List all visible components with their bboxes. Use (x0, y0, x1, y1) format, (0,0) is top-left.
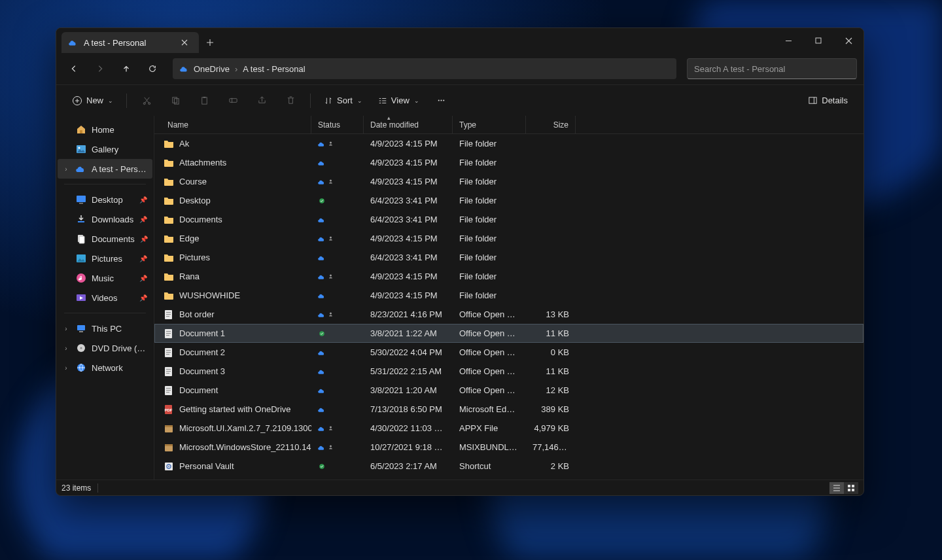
chevron-right-icon[interactable]: › (61, 345, 71, 352)
close-button[interactable] (833, 28, 864, 53)
file-name: Document (179, 385, 218, 395)
file-row[interactable]: Desktop6/4/2023 3:41 PMFile folder (154, 191, 864, 210)
file-name: Document 3 (179, 366, 225, 376)
file-type: File folder (453, 290, 526, 300)
maximize-button[interactable] (803, 28, 833, 53)
file-type: File folder (453, 234, 526, 243)
file-row[interactable]: Microsoft.WindowsStore_22110.1401.10.0..… (154, 438, 864, 457)
search-box[interactable] (687, 58, 857, 79)
sort-button[interactable]: Sort⌄ (317, 90, 369, 112)
details-pane-button[interactable]: Details (801, 90, 854, 112)
svg-rect-36 (229, 99, 236, 103)
file-date: 6/5/2023 2:17 AM (364, 461, 453, 471)
pin-icon: 📌 (139, 294, 147, 302)
file-row[interactable]: Document 35/31/2022 2:15 AMOffice Open X… (154, 362, 864, 381)
sidebar-item-downloads[interactable]: Downloads📌 (58, 209, 152, 229)
tab-close-button[interactable] (177, 35, 192, 50)
col-status[interactable]: Status (311, 116, 364, 133)
col-size[interactable]: Size (526, 116, 576, 133)
tab-active[interactable]: A test - Personal (61, 32, 199, 53)
new-tab-button[interactable] (199, 32, 221, 53)
sidebar-item-videos[interactable]: Videos📌 (58, 288, 152, 307)
details-view-toggle[interactable] (829, 482, 844, 494)
file-row[interactable]: Documents6/4/2023 3:41 PMFile folder (154, 210, 864, 229)
copy-button[interactable] (162, 90, 188, 112)
file-name: Bot order (179, 309, 214, 319)
chevron-right-icon[interactable]: › (61, 364, 71, 372)
cut-button[interactable] (133, 90, 160, 112)
delete-button[interactable] (277, 90, 304, 112)
file-date: 4/9/2023 4:15 PM (364, 234, 453, 243)
file-status (311, 444, 364, 451)
paste-button[interactable] (191, 90, 217, 112)
chevron-right-icon[interactable]: › (61, 166, 71, 173)
file-row[interactable]: Microsoft.UI.Xaml.2.7_7.2109.13004.0_x64… (154, 419, 864, 438)
file-row[interactable]: Attachments4/9/2023 4:15 PMFile folder (154, 153, 864, 172)
file-row[interactable]: Bot order8/23/2021 4:16 PMOffice Open XM… (154, 305, 864, 324)
new-label: New (86, 96, 103, 105)
minimize-button[interactable] (773, 28, 803, 53)
file-date: 8/23/2021 4:16 PM (364, 309, 453, 319)
sidebar-item-desktop[interactable]: Desktop📌 (58, 190, 152, 209)
file-status (311, 235, 364, 243)
file-date: 3/8/2021 1:20 AM (364, 385, 453, 395)
file-row[interactable]: WUSHOWHIDE4/9/2023 4:15 PMFile folder (154, 286, 864, 305)
pkg-icon (164, 442, 174, 453)
nav-row: OneDrive › A test - Personal (56, 53, 864, 84)
col-date[interactable]: Date modified (364, 116, 453, 133)
sidebar-onedrive[interactable]: › A test - Personal (58, 159, 152, 179)
col-type[interactable]: Type (453, 116, 526, 133)
svg-rect-40 (809, 97, 816, 103)
file-date: 6/4/2023 3:41 PM (364, 253, 453, 262)
rename-button[interactable] (220, 90, 246, 112)
file-row[interactable]: Edge4/9/2023 4:15 PMFile folder (154, 229, 864, 248)
sidebar-gallery[interactable]: Gallery (58, 139, 152, 159)
pin-icon: 📌 (139, 196, 147, 203)
downloads-icon (76, 214, 86, 224)
file-name: Edge (179, 234, 199, 243)
file-date: 5/31/2022 2:15 AM (364, 366, 453, 376)
file-row[interactable]: Course4/9/2023 4:15 PMFile folder (154, 172, 864, 191)
address-bar[interactable]: OneDrive › A test - Personal (173, 58, 676, 79)
file-type: File folder (453, 196, 526, 205)
sidebar-item-pictures[interactable]: Pictures📌 (58, 249, 152, 268)
chevron-right-icon[interactable]: › (61, 325, 71, 332)
breadcrumb-0[interactable]: OneDrive (194, 64, 230, 74)
file-date: 10/27/2021 9:18 PM (364, 442, 453, 452)
sidebar-thispc[interactable]: › This PC (58, 319, 152, 338)
share-button[interactable] (249, 90, 275, 112)
sidebar-dvd[interactable]: › DVD Drive (D:) CCC (58, 338, 152, 358)
view-button[interactable]: View⌄ (372, 90, 426, 112)
refresh-button[interactable] (141, 58, 164, 80)
file-row[interactable]: Document 13/8/2021 1:22 AMOffice Open XM… (154, 324, 864, 343)
file-row[interactable]: Document3/8/2021 1:20 AMOffice Open XML … (154, 381, 864, 400)
file-row[interactable]: Personal Vault6/5/2023 2:17 AMShortcut2 … (154, 457, 864, 476)
file-name: Desktop (179, 196, 211, 205)
more-button[interactable] (428, 90, 455, 112)
search-input[interactable] (694, 64, 850, 74)
onedrive-icon (68, 37, 78, 48)
file-list[interactable]: Ak4/9/2023 4:15 PMFile folderAttachments… (154, 134, 864, 480)
up-button[interactable] (115, 58, 137, 80)
file-date: 3/8/2021 1:22 AM (364, 328, 453, 338)
breadcrumb-1[interactable]: A test - Personal (243, 64, 305, 74)
file-row[interactable]: Ak4/9/2023 4:15 PMFile folder (154, 134, 864, 153)
thumbnails-view-toggle[interactable] (844, 482, 858, 494)
col-name[interactable]: Name (154, 116, 311, 133)
file-type: Microsoft Edge P... (453, 404, 526, 414)
file-row[interactable]: Getting started with OneDrive7/13/2018 6… (154, 400, 864, 419)
file-row[interactable]: Pictures6/4/2023 3:41 PMFile folder (154, 248, 864, 267)
sidebar-item-music[interactable]: Music📌 (58, 268, 152, 288)
sidebar-item-documents[interactable]: Documents📌 (58, 229, 152, 249)
back-button[interactable] (63, 58, 85, 80)
desktop-icon (76, 194, 86, 205)
documents-icon (76, 234, 86, 244)
new-button[interactable]: New⌄ (65, 90, 120, 112)
sidebar-label: Home (92, 125, 114, 135)
sidebar-home[interactable]: Home (58, 120, 152, 139)
file-type: MSIXBUNDLE File (453, 442, 526, 452)
forward-button[interactable] (89, 58, 111, 80)
file-row[interactable]: Rana4/9/2023 4:15 PMFile folder (154, 267, 864, 286)
file-row[interactable]: Document 25/30/2022 4:04 PMOffice Open X… (154, 343, 864, 362)
sidebar-network[interactable]: › Network (58, 358, 152, 377)
